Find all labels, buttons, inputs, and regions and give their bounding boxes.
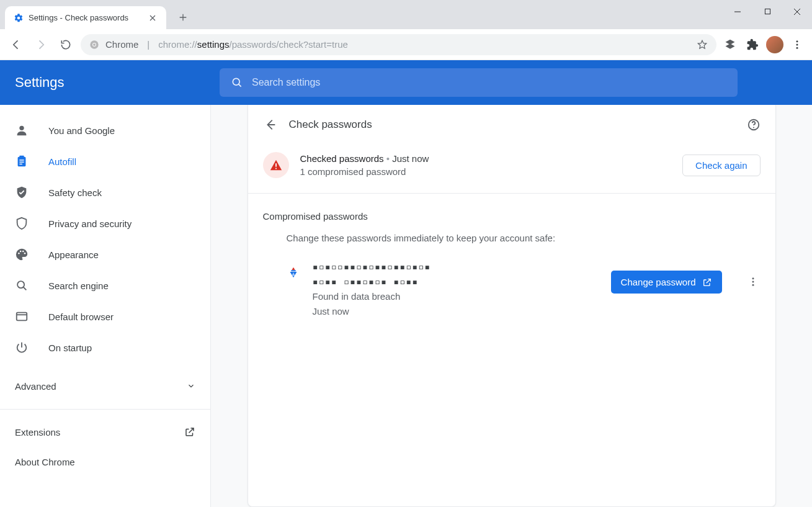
browser-tab[interactable]: Settings - Check passwords xyxy=(5,6,166,29)
bookmark-star-icon[interactable] xyxy=(697,39,708,50)
sidebar-label: Privacy and security xyxy=(48,218,132,229)
chrome-icon xyxy=(89,40,99,50)
divider xyxy=(0,409,210,410)
svg-rect-23 xyxy=(275,168,277,169)
svg-rect-19 xyxy=(17,313,27,321)
sidebar-item-search-engine[interactable]: Search engine xyxy=(0,270,210,301)
shield-check-icon xyxy=(15,186,29,199)
search-icon xyxy=(15,279,29,292)
settings-brand: Settings xyxy=(15,74,207,91)
sidebar-label: You and Google xyxy=(48,125,115,136)
maximize-button[interactable] xyxy=(752,0,782,23)
address-bar[interactable]: Chrome | chrome://settings/passwords/che… xyxy=(81,34,716,55)
sidebar-advanced-toggle[interactable]: Advanced xyxy=(0,370,210,402)
svg-point-21 xyxy=(752,127,754,128)
layers-extension-icon[interactable] xyxy=(721,36,739,53)
omnibox-scheme: Chrome xyxy=(105,39,138,50)
svg-point-16 xyxy=(22,251,24,253)
omnibox-url: chrome://settings/passwords/check?start=… xyxy=(158,39,348,50)
site-favicon xyxy=(287,266,300,279)
browser-icon xyxy=(15,310,29,323)
svg-rect-0 xyxy=(765,9,770,14)
shield-lock-icon xyxy=(15,217,29,230)
breach-when: Just now xyxy=(313,304,599,319)
tab-title: Settings - Check passwords xyxy=(29,13,143,22)
extensions-puzzle-icon[interactable] xyxy=(744,36,761,53)
svg-rect-13 xyxy=(19,164,22,164)
sidebar-label: On startup xyxy=(48,343,92,353)
chevron-down-icon xyxy=(187,382,195,390)
compromised-entry: ▪▫▪▫▫▪▪▫▪▫▪▪▫▪▪▫▪▫▪ ▪▫▪▪ ▫▪▪▫▪▫▪ ▪▫▪▪ Fo… xyxy=(248,252,775,335)
person-icon xyxy=(15,123,29,137)
check-status-row: Checked passwords • Just now 1 compromis… xyxy=(248,145,775,194)
close-icon[interactable] xyxy=(148,13,158,23)
svg-point-27 xyxy=(752,284,754,286)
svg-point-14 xyxy=(18,253,20,254)
svg-point-5 xyxy=(796,43,798,45)
settings-header: Settings xyxy=(0,60,812,105)
svg-point-7 xyxy=(233,78,239,85)
chrome-menu-button[interactable] xyxy=(788,36,806,53)
plus-icon xyxy=(178,12,188,22)
profile-avatar[interactable] xyxy=(766,36,783,53)
svg-point-8 xyxy=(19,126,24,130)
settings-search-input[interactable] xyxy=(252,77,726,88)
back-button[interactable] xyxy=(6,35,26,55)
settings-search[interactable] xyxy=(220,68,738,97)
sidebar-item-appearance[interactable]: Appearance xyxy=(0,239,210,270)
open-external-icon xyxy=(184,426,195,437)
close-window-button[interactable] xyxy=(782,0,812,23)
new-tab-button[interactable] xyxy=(174,8,192,27)
help-button[interactable] xyxy=(747,118,761,132)
svg-point-4 xyxy=(796,40,798,42)
browser-toolbar: Chrome | chrome://settings/passwords/che… xyxy=(0,29,812,60)
breach-reason: Found in data breach xyxy=(313,289,599,304)
status-summary: 1 compromised password xyxy=(300,166,672,177)
sidebar-item-you-and-google[interactable]: You and Google xyxy=(0,115,210,146)
sidebar-label: Default browser xyxy=(48,312,114,322)
sidebar-item-privacy[interactable]: Privacy and security xyxy=(0,208,210,239)
page-title: Check passwords xyxy=(289,119,736,131)
change-password-button[interactable]: Change password xyxy=(611,271,722,294)
svg-rect-10 xyxy=(19,156,24,158)
palette-icon xyxy=(15,248,29,261)
window-titlebar: Settings - Check passwords xyxy=(0,0,812,29)
window-controls xyxy=(723,0,812,23)
sidebar-extensions-link[interactable]: Extensions xyxy=(0,417,210,447)
settings-card: Check passwords Checked passwords • Just… xyxy=(248,105,776,507)
search-icon xyxy=(231,76,243,89)
svg-point-25 xyxy=(752,277,754,279)
sidebar-item-on-startup[interactable]: On startup xyxy=(0,332,210,363)
sidebar-label: Appearance xyxy=(48,249,99,260)
minimize-button[interactable] xyxy=(723,0,752,23)
sidebar-label: Autofill xyxy=(48,156,76,167)
redacted-user: ▪▫▪▪ ▫▪▪▫▪▫▪ ▪▫▪▪ xyxy=(313,274,599,289)
sidebar-label: Search engine xyxy=(48,280,109,291)
warning-icon xyxy=(263,152,289,178)
redacted-site: ▪▫▪▫▫▪▪▫▪▫▪▪▫▪▪▫▪▫▪ xyxy=(313,259,599,274)
svg-point-26 xyxy=(752,281,754,283)
settings-sidebar: You and Google Autofill Safety check Pri… xyxy=(0,105,211,507)
svg-point-3 xyxy=(93,43,96,46)
svg-rect-11 xyxy=(19,159,24,160)
svg-point-17 xyxy=(24,253,26,254)
open-external-icon xyxy=(702,277,712,287)
forward-button[interactable] xyxy=(31,35,51,55)
sidebar-item-safety-check[interactable]: Safety check xyxy=(0,177,210,208)
sidebar-item-default-browser[interactable]: Default browser xyxy=(0,301,210,332)
compromised-heading: Compromised passwords xyxy=(248,194,775,224)
svg-rect-24 xyxy=(291,270,295,271)
svg-point-18 xyxy=(17,281,24,288)
sidebar-about-link[interactable]: About Chrome xyxy=(0,447,210,477)
svg-rect-22 xyxy=(275,163,277,167)
svg-point-15 xyxy=(20,251,22,253)
svg-point-6 xyxy=(796,47,798,48)
entry-more-button[interactable] xyxy=(746,274,761,289)
compromised-instruction: Change these passwords immediately to ke… xyxy=(248,224,775,252)
check-again-button[interactable]: Check again xyxy=(682,155,760,176)
power-icon xyxy=(15,341,29,354)
gear-icon xyxy=(14,13,24,23)
sidebar-item-autofill[interactable]: Autofill xyxy=(0,146,210,177)
page-back-button[interactable] xyxy=(263,117,278,132)
reload-button[interactable] xyxy=(56,35,76,55)
